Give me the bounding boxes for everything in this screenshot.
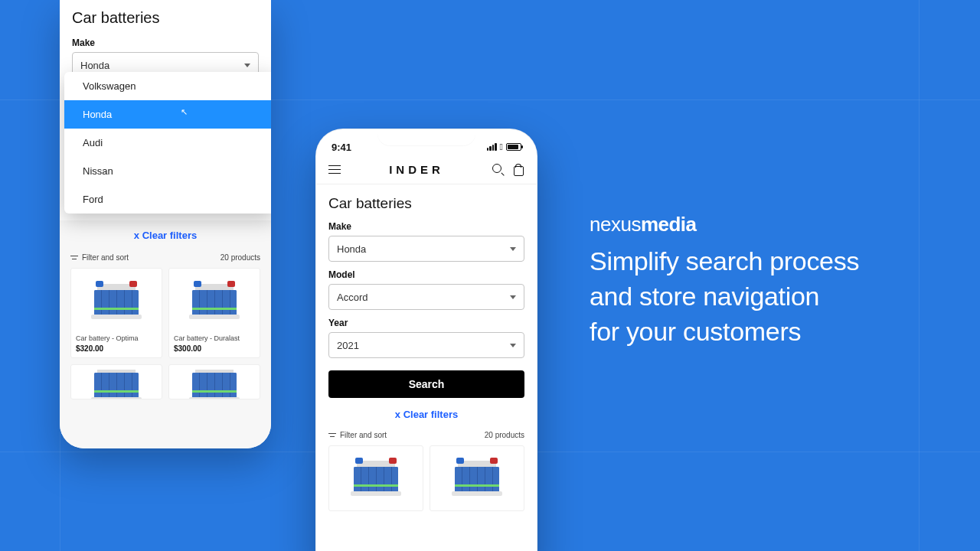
product-card[interactable] bbox=[70, 364, 162, 399]
product-count: 20 products bbox=[485, 431, 524, 439]
search-icon[interactable] bbox=[492, 164, 504, 175]
clear-filters-link[interactable]: x Clear filters bbox=[70, 220, 260, 250]
make-select[interactable]: Honda bbox=[328, 236, 524, 262]
phone-notch bbox=[377, 129, 475, 146]
clear-filters-link[interactable]: x Clear filters bbox=[328, 398, 524, 431]
signal-icon bbox=[487, 143, 497, 151]
chevron-down-icon bbox=[244, 64, 250, 67]
product-count: 20 products bbox=[220, 253, 260, 262]
dropdown-option[interactable]: Nissan bbox=[64, 157, 271, 185]
make-dropdown: Volkswagen Honda ↖ Audi Nissan Ford bbox=[64, 72, 271, 214]
product-name: Car battery - Optima bbox=[76, 334, 157, 342]
dropdown-option-selected[interactable]: Honda ↖ bbox=[64, 100, 271, 129]
page-title: Car batteries bbox=[328, 195, 524, 212]
marketing-panel: nexusmedia Simplify search process and s… bbox=[590, 213, 859, 350]
filter-sort-button[interactable]: Filter and sort bbox=[328, 431, 387, 439]
model-select[interactable]: Accord bbox=[328, 284, 524, 310]
product-price: $320.00 bbox=[76, 344, 157, 353]
search-button[interactable]: Search bbox=[328, 370, 524, 398]
product-price: $300.00 bbox=[174, 344, 255, 353]
menu-icon[interactable] bbox=[328, 165, 341, 174]
model-select-value: Accord bbox=[337, 292, 368, 303]
make-label: Make bbox=[72, 37, 259, 48]
product-image bbox=[76, 370, 157, 399]
battery-icon bbox=[91, 284, 142, 319]
product-image bbox=[174, 273, 255, 330]
battery-status-icon bbox=[506, 143, 521, 151]
product-card[interactable] bbox=[430, 445, 524, 511]
chevron-down-icon bbox=[510, 295, 516, 299]
cursor-icon: ↖ bbox=[181, 107, 188, 117]
app-header: INDER bbox=[316, 157, 537, 184]
bag-icon[interactable] bbox=[513, 164, 524, 175]
battery-icon bbox=[91, 370, 142, 399]
brand-title: INDER bbox=[389, 163, 444, 176]
filter-sort-label: Filter and sort bbox=[340, 431, 387, 439]
dropdown-option[interactable]: Ford bbox=[64, 185, 271, 214]
dropdown-option[interactable]: Volkswagen bbox=[64, 72, 271, 100]
brand-logo: nexusmedia bbox=[590, 213, 859, 236]
battery-icon bbox=[452, 461, 502, 496]
product-card[interactable] bbox=[168, 364, 260, 399]
year-select-value: 2021 bbox=[337, 340, 359, 351]
product-card[interactable]: Car battery - Optima $320.00 bbox=[70, 268, 162, 358]
status-time: 9:41 bbox=[332, 142, 351, 153]
year-select[interactable]: 2021 bbox=[328, 332, 524, 358]
filter-icon bbox=[328, 432, 336, 439]
page-title: Car batteries bbox=[72, 9, 259, 27]
filter-sort-label: Filter and sort bbox=[82, 253, 129, 262]
filter-icon bbox=[70, 255, 78, 261]
chevron-down-icon bbox=[510, 247, 516, 251]
product-image bbox=[76, 273, 157, 330]
battery-icon bbox=[351, 461, 401, 496]
make-select-value: Honda bbox=[337, 243, 366, 255]
battery-icon bbox=[189, 284, 240, 319]
make-select-value: Honda bbox=[80, 60, 109, 71]
product-card[interactable]: Car battery - Duralast $300.00 bbox=[168, 268, 260, 358]
wifi-icon: 􀙇 bbox=[500, 142, 503, 152]
model-label: Model bbox=[328, 269, 524, 280]
filter-sort-button[interactable]: Filter and sort bbox=[70, 253, 129, 262]
dropdown-option[interactable]: Audi bbox=[64, 129, 271, 157]
phone-mock-right: 9:41 􀙇 INDER Car batteries Make Honda Mo… bbox=[315, 129, 537, 551]
battery-icon bbox=[189, 370, 240, 399]
marketing-headline: Simplify search process and store naviga… bbox=[590, 244, 859, 350]
make-label: Make bbox=[328, 221, 524, 232]
chevron-down-icon bbox=[510, 344, 516, 347]
product-image bbox=[174, 370, 255, 399]
product-name: Car battery - Duralast bbox=[174, 334, 255, 342]
year-label: Year bbox=[328, 318, 524, 328]
phone-mock-left: Car batteries Make Honda Volkswagen Hond… bbox=[60, 0, 271, 448]
product-card[interactable] bbox=[328, 445, 423, 511]
